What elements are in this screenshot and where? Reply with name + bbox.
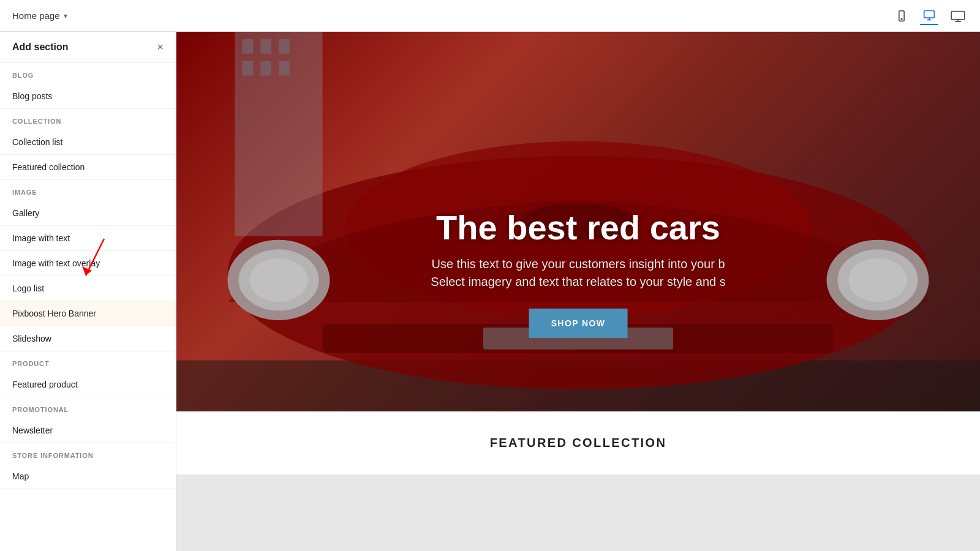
- category-blog: BLOG: [0, 63, 176, 84]
- sidebar-item-pixboost-hero-banner[interactable]: Pixboost Hero Banner: [0, 301, 176, 326]
- sidebar-title: Add section: [12, 42, 69, 53]
- sidebar: Add section × BLOG Blog posts COLLECTION…: [0, 32, 176, 551]
- sidebar-item-logo-list[interactable]: Logo list: [0, 276, 176, 301]
- chevron-down-icon: ▾: [64, 12, 67, 20]
- svg-rect-2: [924, 10, 935, 18]
- header-left: Home page ▾: [12, 10, 67, 21]
- sidebar-item-image-with-text-overlay[interactable]: Image with text overlay: [0, 251, 176, 276]
- svg-point-1: [901, 18, 902, 20]
- page-title: Home page: [12, 10, 60, 21]
- sidebar-item-collection-list[interactable]: Collection list: [0, 130, 176, 155]
- sidebar-item-gallery[interactable]: Gallery: [0, 201, 176, 226]
- close-button[interactable]: ×: [157, 42, 164, 53]
- sidebar-item-newsletter[interactable]: Newsletter: [0, 418, 176, 443]
- hero-content: The best red cars Use this text to give …: [217, 208, 940, 338]
- featured-collection-section: FEATURED COLLECTION: [176, 411, 980, 474]
- svg-rect-5: [951, 11, 965, 19]
- shop-now-button[interactable]: SHOP NOW: [529, 309, 628, 338]
- sidebar-item-image-with-text[interactable]: Image with text: [0, 226, 176, 251]
- category-promotional: PROMOTIONAL: [0, 397, 176, 418]
- main-layout: Add section × BLOG Blog posts COLLECTION…: [0, 32, 980, 551]
- desktop-view-button[interactable]: [920, 7, 938, 25]
- sidebar-header: Add section ×: [0, 32, 176, 63]
- hero-title: The best red cars: [217, 208, 940, 247]
- sidebar-item-featured-product[interactable]: Featured product: [0, 372, 176, 397]
- hero-banner: The best red cars Use this text to give …: [176, 32, 980, 411]
- category-store-information: STORE INFORMATION: [0, 443, 176, 464]
- header-icons: [893, 7, 968, 25]
- category-collection: COLLECTION: [0, 109, 176, 130]
- mobile-view-button[interactable]: [893, 7, 910, 24]
- hero-subtitle: Use this text to give your customers ins…: [217, 257, 940, 271]
- content-area: The best red cars Use this text to give …: [176, 32, 980, 551]
- sidebar-item-slideshow[interactable]: Slideshow: [0, 326, 176, 351]
- featured-collection-title: FEATURED COLLECTION: [189, 436, 968, 450]
- category-image: IMAGE: [0, 180, 176, 201]
- sidebar-item-featured-collection[interactable]: Featured collection: [0, 155, 176, 180]
- header: Home page ▾: [0, 0, 980, 32]
- wide-view-button[interactable]: [948, 7, 968, 24]
- category-product: PRODUCT: [0, 351, 176, 372]
- sidebar-item-map[interactable]: Map: [0, 464, 176, 489]
- hero-subtitle2: Select imagery and text that relates to …: [217, 275, 940, 289]
- sidebar-item-blog-posts[interactable]: Blog posts: [0, 84, 176, 109]
